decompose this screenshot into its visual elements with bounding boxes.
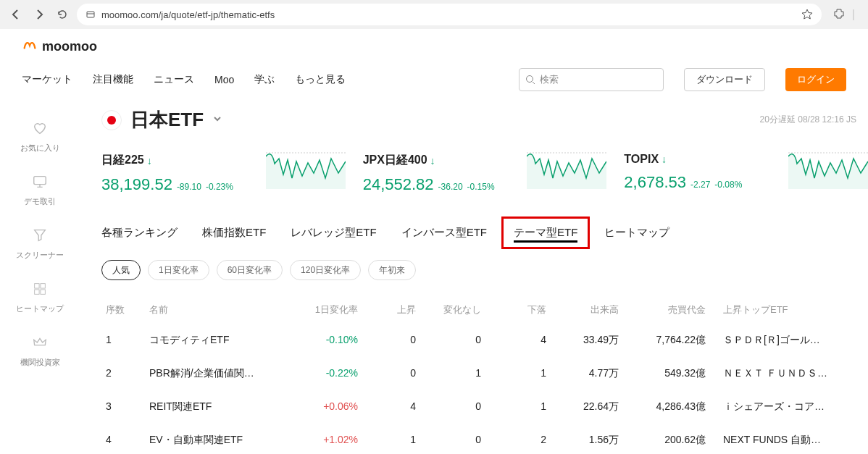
search-icon	[525, 75, 535, 85]
japan-flag-icon	[101, 110, 122, 130]
forward-button[interactable]	[30, 6, 48, 23]
nav-featured[interactable]: 注目機能	[93, 73, 133, 86]
chevron-down-icon[interactable]	[212, 114, 222, 127]
svg-rect-4	[41, 284, 45, 288]
col-down[interactable]: 下落	[485, 303, 551, 316]
sidebar-item-demo[interactable]: デモ取引	[0, 164, 80, 217]
download-button[interactable]: ダウンロード	[684, 68, 765, 91]
cell-flat: 0	[420, 334, 485, 347]
nav-learn[interactable]: 学ぶ	[254, 73, 275, 86]
cell-top-etf: ｉシェアーズ・コア…	[710, 400, 840, 413]
search-placeholder: 検索	[540, 73, 559, 86]
address-bar[interactable]: moomoo.com/ja/quote/etf-jp/thematic-etfs	[77, 4, 822, 25]
crown-icon	[32, 335, 48, 354]
index-change-pct: -0.08%	[714, 180, 742, 190]
tab-1[interactable]: 株価指数ETF	[202, 222, 266, 244]
sidebar-item-label: お気に入り	[20, 143, 60, 154]
login-button[interactable]: ログイン	[785, 68, 846, 91]
index-change-abs: -2.27	[690, 180, 710, 190]
cell-name: PBR解消/企業価値関…	[145, 367, 290, 380]
browser-toolbar: moomoo.com/ja/quote/etf-jp/thematic-etfs…	[0, 0, 868, 29]
index-card[interactable]: TOPIX↓ 2,678.53 -2.27 -0.08%	[624, 146, 868, 201]
table-row[interactable]: 4 EV・自動車関連ETF +1.02% 1 0 2 1.56万 200.62億…	[101, 424, 868, 454]
table-header: 序数 名前 1日変化率 上昇 変化なし 下落 出来高 売買代金 上昇トップETF	[101, 296, 868, 324]
cell-name: コモディティETF	[145, 334, 290, 347]
cell-up: 4	[362, 400, 420, 413]
tab-5[interactable]: ヒートマップ	[604, 222, 669, 244]
filter-pill[interactable]: 60日変化率	[217, 260, 283, 280]
col-rank: 序数	[101, 303, 145, 316]
nav-news[interactable]: ニュース	[154, 73, 194, 86]
col-flat[interactable]: 変化なし	[420, 303, 485, 316]
table-row[interactable]: 1 コモディティETF -0.10% 0 0 4 33.49万 7,764.22…	[101, 324, 868, 357]
index-card[interactable]: JPX日経400↓ 24,552.82 -36.20 -0.15%	[363, 146, 607, 201]
cell-name: REIT関連ETF	[145, 400, 290, 413]
cell-turnover: 200.62億	[623, 434, 710, 447]
sidebar: お気に入り デモ取引 スクリーナー ヒートマップ 機関投資家	[0, 96, 80, 454]
reload-button[interactable]	[54, 6, 71, 23]
cell-rank: 4	[101, 434, 145, 447]
main-content: 日本ETF 20分遅延 08/28 12:16 JS 日経225↓ 38,199…	[80, 96, 868, 454]
filter-pill[interactable]: 年初来	[368, 260, 416, 280]
col-name: 名前	[145, 303, 290, 316]
svg-rect-2	[34, 177, 46, 185]
brand-text: moomoo	[42, 39, 97, 54]
col-change[interactable]: 1日変化率	[290, 303, 362, 316]
cell-flat: 1	[420, 367, 485, 380]
col-up[interactable]: 上昇	[362, 303, 420, 316]
star-icon[interactable]	[801, 9, 813, 20]
filter-pill[interactable]: 1日変化率	[148, 260, 209, 280]
cell-turnover: 7,764.22億	[623, 334, 710, 347]
extensions-icon[interactable]	[833, 8, 845, 20]
cell-top-etf: NEXT FUNDS 自動…	[710, 434, 840, 447]
arrow-down-icon: ↓	[147, 155, 152, 167]
site-info-icon	[85, 9, 96, 20]
url-text: moomoo.com/ja/quote/etf-jp/thematic-etfs	[101, 9, 275, 20]
sidebar-item-label: ヒートマップ	[16, 303, 64, 314]
etf-table: 序数 名前 1日変化率 上昇 変化なし 下落 出来高 売買代金 上昇トップETF…	[101, 296, 868, 454]
cell-volume: 22.64万	[551, 400, 623, 413]
cell-volume: 33.49万	[551, 334, 623, 347]
cell-change: -0.10%	[290, 334, 362, 347]
col-turnover[interactable]: 売買代金	[623, 303, 710, 316]
back-button[interactable]	[7, 6, 25, 23]
filter-pill[interactable]: 人気	[101, 260, 141, 280]
table-row[interactable]: 2 PBR解消/企業価値関… -0.22% 0 1 1 4.77万 549.32…	[101, 357, 868, 390]
delay-timestamp: 20分遅延 08/28 12:16 JS	[760, 114, 856, 126]
cell-rank: 3	[101, 400, 145, 413]
sidebar-item-screener[interactable]: スクリーナー	[0, 217, 80, 271]
svg-rect-0	[87, 12, 94, 17]
cell-down: 1	[485, 400, 551, 413]
sidebar-item-label: 機関投資家	[20, 357, 60, 368]
col-volume[interactable]: 出来高	[551, 303, 623, 316]
indices-row: 日経225↓ 38,199.52 -89.10 -0.23% JPX日経400↓…	[101, 146, 868, 201]
sidebar-item-label: デモ取引	[24, 196, 56, 207]
index-change-pct: -0.15%	[467, 182, 495, 192]
cell-up: 0	[362, 334, 420, 347]
logo-icon	[22, 36, 38, 56]
filter-pill[interactable]: 120日変化率	[290, 260, 361, 280]
svg-rect-5	[35, 290, 39, 294]
tab-4[interactable]: テーマ型ETF	[501, 217, 590, 249]
cell-down: 4	[485, 334, 551, 347]
table-row[interactable]: 3 REIT関連ETF +0.06% 4 0 1 22.64万 4,286.43…	[101, 390, 868, 424]
search-input[interactable]: 検索	[519, 68, 664, 91]
nav-more[interactable]: もっと見る	[295, 73, 346, 86]
sidebar-item-institutions[interactable]: 機関投資家	[0, 324, 80, 378]
nav-market[interactable]: マーケット	[22, 73, 72, 86]
sidebar-item-heatmap[interactable]: ヒートマップ	[0, 271, 80, 324]
monitor-icon	[32, 174, 48, 193]
cell-volume: 4.77万	[551, 367, 623, 380]
index-card[interactable]: 日経225↓ 38,199.52 -89.10 -0.23%	[101, 146, 346, 201]
site-header: moomoo	[0, 29, 868, 64]
top-nav: マーケット 注目機能 ニュース Moo 学ぶ もっと見る 検索 ダウンロード ロ…	[0, 64, 868, 96]
tab-0[interactable]: 各種ランキング	[101, 222, 178, 244]
filter-pills: 人気1日変化率60日変化率120日変化率年初来	[101, 260, 868, 280]
tab-2[interactable]: レバレッジ型ETF	[291, 222, 376, 244]
svg-rect-6	[41, 290, 45, 294]
nav-moo[interactable]: Moo	[214, 74, 234, 85]
tab-3[interactable]: インバース型ETF	[401, 222, 487, 244]
sidebar-item-favorites[interactable]: お気に入り	[0, 110, 80, 164]
brand-logo[interactable]: moomoo	[22, 36, 97, 56]
category-tabs: 各種ランキング株価指数ETFレバレッジ型ETFインバース型ETFテーマ型ETFヒ…	[101, 222, 868, 244]
